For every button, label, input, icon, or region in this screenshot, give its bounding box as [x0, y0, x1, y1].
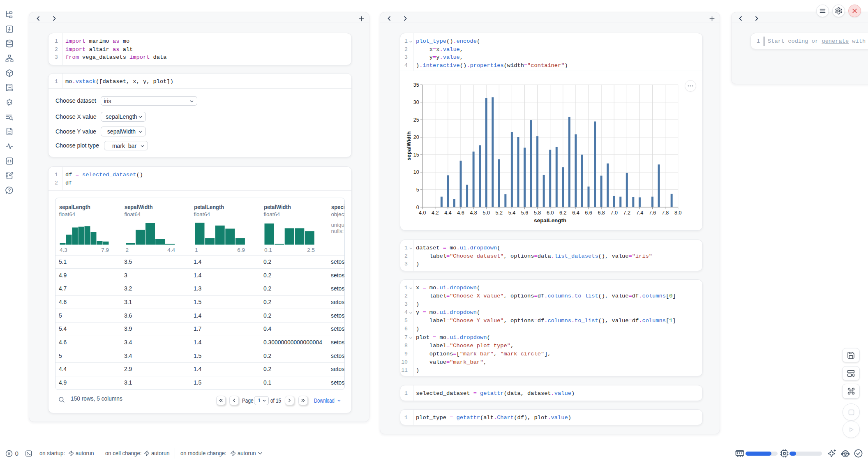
svg-text:4.6: 4.6: [457, 210, 464, 216]
svg-text:8.0: 8.0: [674, 210, 681, 216]
svg-text:7.8: 7.8: [662, 210, 669, 216]
svg-text:7.4: 7.4: [636, 210, 643, 216]
svg-text:6.4: 6.4: [572, 210, 579, 216]
svg-text:7.6: 7.6: [649, 210, 656, 216]
svg-text:5.2: 5.2: [496, 210, 503, 216]
svg-text:35: 35: [413, 82, 419, 88]
svg-text:6.2: 6.2: [559, 210, 566, 216]
svg-text:15: 15: [413, 152, 419, 158]
svg-text:20: 20: [413, 134, 419, 140]
svg-text:sepalWidth: sepalWidth: [406, 131, 412, 161]
svg-text:0: 0: [416, 205, 419, 210]
svg-text:4.2: 4.2: [432, 210, 439, 216]
svg-text:4.4: 4.4: [444, 210, 451, 216]
svg-text:30: 30: [413, 99, 419, 105]
svg-text:5.6: 5.6: [521, 210, 528, 216]
svg-text:7.0: 7.0: [611, 210, 618, 216]
svg-text:5.4: 5.4: [508, 210, 515, 216]
svg-text:7.2: 7.2: [623, 210, 630, 216]
svg-text:4.8: 4.8: [470, 210, 477, 216]
svg-text:5.0: 5.0: [483, 210, 490, 216]
svg-text:6.0: 6.0: [547, 210, 554, 216]
svg-text:10: 10: [413, 169, 419, 175]
svg-text:sepalLength: sepalLength: [534, 217, 566, 224]
svg-text:6.8: 6.8: [598, 210, 605, 216]
svg-text:4.0: 4.0: [419, 210, 426, 216]
svg-text:25: 25: [413, 117, 419, 123]
svg-text:5.8: 5.8: [534, 210, 541, 216]
svg-text:6.6: 6.6: [585, 210, 592, 216]
svg-text:5: 5: [416, 187, 419, 193]
